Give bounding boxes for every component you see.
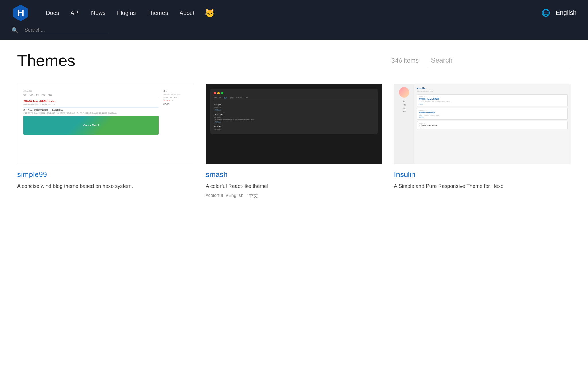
theme-name-smash[interactable]: smash [206,170,383,179]
theme-tag-1: #English [226,193,243,199]
theme-card-insulin: 主页 归档 标签 关于 Insulin A Demo of Insulin Th… [394,84,571,199]
nav-docs[interactable]: Docs [41,7,64,19]
nav-about[interactable]: About [175,7,199,19]
theme-card-smash: John Doe首页归档GitHubRes Images 2013/12/26 … [206,84,383,199]
github-icon[interactable]: 🐱 [201,6,218,20]
page-header: Themes 346 items [17,51,571,70]
theme-tag-2: #中文 [246,193,258,199]
theme-desc-smash: A colorful React-like theme! [206,182,383,190]
theme-thumbnail-smash[interactable]: John Doe首页归档GitHubRes Images 2013/12/26 … [206,84,383,164]
theme-tag-0: #colorful [206,193,223,199]
header-right: 🌐 English [542,9,577,17]
nav-api[interactable]: API [66,7,84,19]
theme-card-simple99: 相关的搜索 首页归档关于友链搜索 你有认识.hexo 迁移到 typecho 我… [17,84,194,199]
nav-plugins[interactable]: Plugins [112,7,141,19]
header-bar: H Docs API News Plugins Themes About 🐱 🌐… [0,0,588,26]
language-selector[interactable]: English [556,9,577,17]
theme-thumbnail-insulin[interactable]: 主页 归档 标签 关于 Insulin A Demo of Insulin Th… [394,84,571,164]
nav-themes[interactable]: Themes [143,7,172,19]
theme-desc-simple99: A concise wind blog theme based on hexo … [17,182,194,190]
header-search-input[interactable] [22,26,108,34]
theme-name-simple99[interactable]: simple99 [17,170,194,179]
site-logo[interactable]: H [11,4,30,22]
main-content: Themes 346 items 相关的搜索 首页归档关于友链搜索 你有认识.h… [0,40,588,211]
nav-news[interactable]: News [87,7,110,19]
theme-thumbnail-simple99[interactable]: 相关的搜索 首页归档关于友链搜索 你有认识.hexo 迁移到 typecho 我… [17,84,194,164]
theme-tags-smash: #colorful #English #中文 [206,193,383,199]
items-count: 346 items [392,57,419,64]
header-search-row: 🔍 [0,26,588,40]
themes-search-input[interactable] [427,54,571,67]
theme-name-insulin[interactable]: Insulin [394,170,571,179]
search-icon: 🔍 [11,27,19,34]
main-nav: Docs API News Plugins Themes About 🐱 [41,6,542,20]
svg-text:H: H [17,8,24,18]
themes-grid: 相关的搜索 首页归档关于友链搜索 你有认识.hexo 迁移到 typecho 我… [17,84,571,199]
theme-desc-insulin: A Simple and Pure Responsive Theme for H… [394,182,571,190]
page-title: Themes [17,51,392,70]
globe-icon[interactable]: 🌐 [542,9,550,17]
